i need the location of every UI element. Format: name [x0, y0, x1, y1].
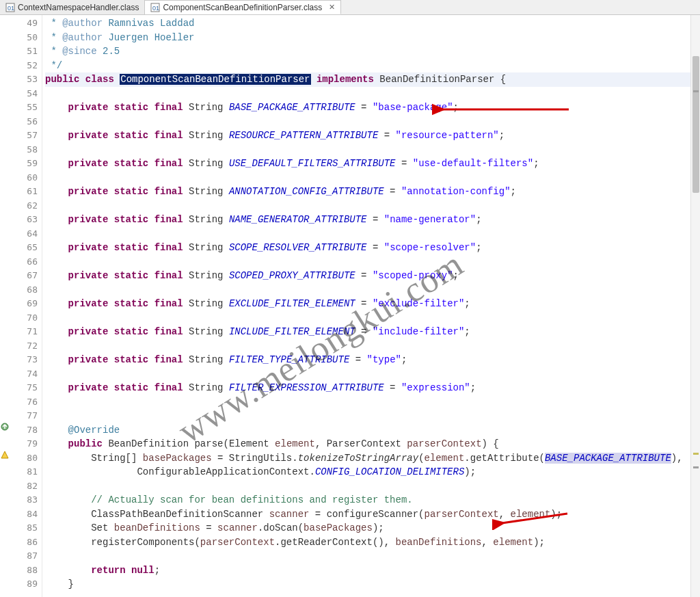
code-line: Set beanDefinitions = scanner.doScan(bas…: [45, 521, 690, 535]
svg-text:01: 01: [8, 5, 14, 12]
code-line: [45, 255, 690, 269]
overview-mark: [693, 466, 699, 468]
line-number: 53: [10, 72, 38, 87]
code-line: [45, 311, 690, 326]
code-line: [45, 479, 690, 494]
class-file-icon: 01: [5, 3, 15, 12]
code-line: [45, 87, 690, 101]
line-number: 62: [10, 199, 38, 213]
line-number: 64: [10, 227, 38, 241]
code-line: ClassPathBeanDefinitionScanner scanner =…: [45, 507, 690, 522]
line-number: 87: [10, 549, 38, 563]
overview-mark: [693, 90, 699, 92]
line-number: 68: [10, 283, 38, 297]
line-number: 66: [10, 255, 38, 269]
line-number: 73: [10, 353, 38, 367]
svg-marker-5: [1, 451, 8, 458]
line-number: 81: [10, 465, 38, 479]
code-line: }: [45, 577, 690, 592]
override-marker-icon[interactable]: [1, 423, 9, 431]
code-line: * @author Juergen Hoeller: [45, 31, 690, 45]
code-line: [45, 115, 690, 129]
code-line: private static final String SCOPE_RESOLV…: [45, 241, 690, 255]
code-line: return null;: [45, 563, 690, 578]
code-line: */: [45, 59, 690, 73]
code-line: @Override: [45, 423, 690, 438]
code-line: private static final String BASE_PACKAGE…: [45, 101, 690, 115]
line-number: 59: [10, 157, 38, 171]
line-number: 56: [10, 115, 38, 129]
code-line: [45, 143, 690, 157]
code-line: private static final String RESOURCE_PAT…: [45, 129, 690, 143]
tab-label: ComponentScanBeanDefinitionParser.class: [163, 3, 322, 12]
line-number: 50: [10, 31, 38, 45]
line-number: 69: [10, 297, 38, 311]
code-editor-content[interactable]: * @author Ramnivas Laddad * @author Juer…: [42, 15, 690, 597]
code-line: [45, 367, 690, 382]
line-number: 58: [10, 143, 38, 157]
line-number: 52: [10, 59, 38, 73]
code-line: private static final String ANNOTATION_C…: [45, 185, 690, 199]
code-line: private static final String SCOPED_PROXY…: [45, 269, 690, 283]
code-line: * @author Ramnivas Laddad: [45, 16, 690, 31]
line-number: 82: [10, 479, 38, 494]
overview-mark: [693, 453, 699, 455]
line-number: 70: [10, 311, 38, 326]
line-number: 54: [10, 87, 38, 101]
code-line: [45, 549, 690, 563]
code-line: private static final String FILTER_TYPE_…: [45, 353, 690, 367]
code-line: private static final String EXCLUDE_FILT…: [45, 297, 690, 311]
line-number: 72: [10, 339, 38, 354]
code-line: * @since 2.5: [45, 44, 690, 59]
code-line: private static final String NAME_GENERAT…: [45, 213, 690, 227]
editor-area: 4950515253545556575859606162636465666768…: [0, 15, 700, 597]
line-number: 77: [10, 409, 38, 423]
line-number: 60: [10, 171, 38, 185]
editor-tab-bar: 01 ContextNamespaceHandler.class 01 Comp…: [0, 0, 700, 15]
line-number: 78: [10, 423, 38, 438]
line-number: 71: [10, 325, 38, 339]
tab-context-namespace-handler[interactable]: 01 ContextNamespaceHandler.class: [0, 0, 145, 14]
line-number: 49: [10, 16, 38, 31]
code-line: [45, 227, 690, 241]
code-line: public BeanDefinition parse(Element elem…: [45, 437, 690, 451]
line-number: 57: [10, 129, 38, 143]
line-number: 89: [10, 577, 38, 592]
tab-component-scan-parser[interactable]: 01 ComponentScanBeanDefinitionParser.cla…: [145, 0, 341, 14]
code-line: public class ComponentScanBeanDefinition…: [45, 72, 690, 87]
code-line: [45, 283, 690, 297]
line-number: 67: [10, 269, 38, 283]
tab-label: ContextNamespaceHandler.class: [18, 3, 139, 12]
vertical-scrollbar[interactable]: [690, 15, 700, 597]
line-number: 74: [10, 367, 38, 382]
line-number: 76: [10, 395, 38, 410]
code-line: String[] basePackages = StringUtils.toke…: [45, 451, 690, 466]
line-number: 55: [10, 101, 38, 115]
line-number: 85: [10, 521, 38, 535]
line-number: 88: [10, 563, 38, 578]
code-line: [45, 409, 690, 423]
line-number: 86: [10, 535, 38, 550]
marker-strip: [0, 15, 10, 597]
close-icon[interactable]: ✕: [329, 3, 335, 12]
line-number: 65: [10, 241, 38, 255]
code-line: private static final String USE_DEFAULT_…: [45, 157, 690, 171]
line-number-gutter: 4950515253545556575859606162636465666768…: [10, 15, 42, 597]
warning-marker-icon[interactable]: [1, 451, 9, 459]
line-number: 79: [10, 437, 38, 451]
code-line: [45, 171, 690, 185]
line-number: 84: [10, 507, 38, 522]
line-number: 63: [10, 213, 38, 227]
class-file-icon: 01: [150, 3, 160, 12]
code-line: [45, 199, 690, 213]
svg-text:01: 01: [152, 5, 159, 12]
line-number: 83: [10, 493, 38, 507]
line-number: 61: [10, 185, 38, 199]
code-line: ConfigurableApplicationContext.CONFIG_LO…: [45, 465, 690, 479]
scroll-thumb[interactable]: [692, 56, 699, 193]
code-line: [45, 395, 690, 410]
code-line: private static final String INCLUDE_FILT…: [45, 325, 690, 339]
code-line: registerComponents(parserContext.getRead…: [45, 535, 690, 550]
code-line: private static final String FILTER_EXPRE…: [45, 381, 690, 395]
line-number: 51: [10, 44, 38, 59]
